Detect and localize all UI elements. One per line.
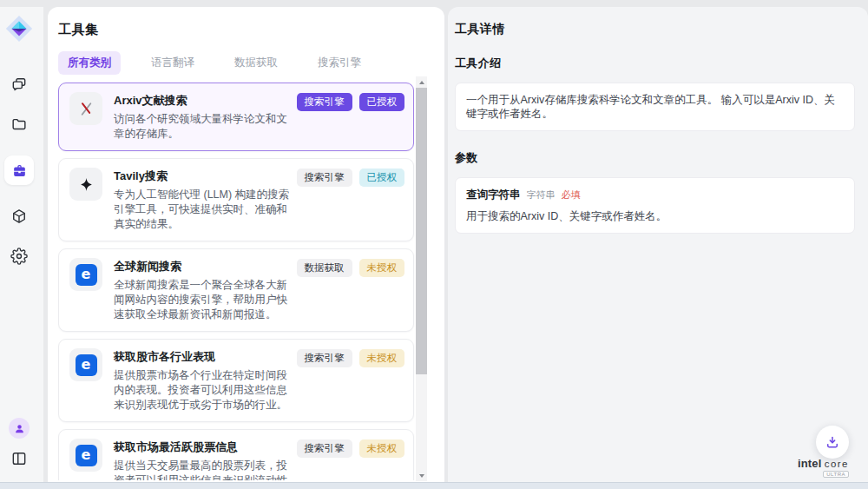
- param-item: 查询字符串 字符串 必填 用于搜索的Arxiv ID、关键字或作者姓名。: [466, 188, 844, 223]
- cube-icon[interactable]: [10, 208, 28, 225]
- tool-card[interactable]: e 获取市场最活跃股票信息 提供当天交易量最高的股票列表，投资者可以利用这些信息…: [58, 429, 414, 480]
- auth-status-badge: 未授权: [359, 349, 405, 367]
- chat-icon[interactable]: [10, 76, 28, 93]
- brand-ultra-badge: ULTRA: [823, 471, 849, 478]
- param-required-flag: 必填: [562, 188, 581, 202]
- juhe-stock-icon: e: [69, 439, 102, 472]
- toolset-title: 工具集: [58, 22, 434, 38]
- tool-card[interactable]: e 获取股市各行业表现 提供股票市场各个行业在特定时间段内的表现。投资者可以利用…: [58, 339, 414, 422]
- scroll-down-icon[interactable]: [416, 470, 427, 481]
- auth-status-badge: 未授权: [359, 259, 405, 277]
- tool-card[interactable]: e 全球新闻搜索 全球新闻搜索是一个聚合全球各大新闻网站内容的搜索引擎，帮助用户…: [58, 248, 414, 332]
- detail-title: 工具详情: [455, 22, 855, 37]
- tool-name: Tavily搜索: [114, 169, 297, 184]
- tool-description: 访问各个研究领域大量科学论文和文章的存储库。: [114, 112, 297, 142]
- bottom-strip: [0, 482, 868, 489]
- tool-description: 提供股票市场各个行业在特定时间段内的表现。投资者可以利用这些信息来识别表现优于或…: [114, 368, 297, 413]
- tavily-star-icon: [69, 168, 102, 201]
- category-tab[interactable]: 所有类别: [58, 51, 121, 75]
- auth-status-badge: 已授权: [359, 93, 405, 111]
- app-window: 工具集 所有类别语言翻译数据获取搜索引擎 Arxiv文献搜索 访问各个研究领域大…: [0, 0, 868, 489]
- tool-description: 专为人工智能代理 (LLM) 构建的搜索引擎工具，可快速提供实时、准确和真实的结…: [114, 188, 297, 232]
- category-badge: 搜索引擎: [297, 439, 352, 458]
- params-card: 查询字符串 字符串 必填 用于搜索的Arxiv ID、关键字或作者姓名。: [455, 177, 855, 234]
- category-badge: 搜索引擎: [297, 349, 352, 367]
- diamond-logo: [4, 14, 34, 43]
- download-button[interactable]: [816, 426, 849, 459]
- brand-intel-label: intel: [798, 457, 822, 470]
- juhe-news-icon: e: [69, 258, 102, 291]
- intro-card: 一个用于从Arxiv存储库搜索科学论文和文章的工具。 输入可以是Arxiv ID…: [455, 83, 855, 131]
- toolbox-icon[interactable]: [4, 155, 34, 185]
- intel-core-logo: intel core ULTRA: [798, 457, 849, 478]
- intro-text: 一个用于从Arxiv存储库搜索科学论文和文章的工具。 输入可以是Arxiv ID…: [466, 93, 844, 121]
- param-list: 查询字符串 字符串 必填 用于搜索的Arxiv ID、关键字或作者姓名。: [466, 188, 844, 223]
- param-type: 字符串: [527, 188, 556, 202]
- layout-panels-icon[interactable]: [10, 450, 28, 467]
- category-tab[interactable]: 数据获取: [225, 51, 287, 75]
- tool-description: 全球新闻搜索是一个聚合全球各大新闻网站内容的搜索引擎，帮助用户快速获取全球最新资…: [114, 278, 297, 322]
- juhe-stock-icon: e: [69, 348, 102, 381]
- gear-icon[interactable]: [10, 248, 28, 265]
- user-avatar-icon[interactable]: [9, 418, 30, 439]
- tool-description: 提供当天交易量最高的股票列表，投资者可以利用这些信息来识别流动性强的股票和潜在的…: [114, 459, 297, 480]
- folder-icon[interactable]: [10, 116, 28, 133]
- scrollbar-thumb[interactable]: [416, 88, 427, 374]
- toolset-panel: 工具集 所有类别语言翻译数据获取搜索引擎 Arxiv文献搜索 访问各个研究领域大…: [48, 7, 444, 482]
- category-badge: 数据获取: [297, 259, 352, 277]
- category-badge: 搜索引擎: [297, 169, 352, 187]
- scroll-up-icon[interactable]: [416, 76, 427, 88]
- param-description: 用于搜索的Arxiv ID、关键字或作者姓名。: [466, 209, 844, 223]
- category-tab[interactable]: 语言翻译: [141, 51, 204, 75]
- params-heading: 参数: [455, 150, 855, 166]
- list-scrollbar[interactable]: [416, 76, 427, 481]
- tool-card[interactable]: Tavily搜索 专为人工智能代理 (LLM) 构建的搜索引擎工具，可快速提供实…: [58, 158, 414, 241]
- auth-status-badge: 已授权: [359, 169, 405, 187]
- download-icon: [825, 434, 840, 450]
- sidebar-nav: [0, 76, 38, 265]
- category-tab[interactable]: 搜索引擎: [308, 51, 371, 75]
- tool-card[interactable]: Arxiv文献搜索 访问各个研究领域大量科学论文和文章的存储库。 搜索引擎 已授…: [58, 83, 414, 151]
- sidebar: [0, 7, 43, 482]
- tool-name: Arxiv文献搜索: [114, 93, 297, 109]
- category-tabs: 所有类别语言翻译数据获取搜索引擎: [58, 51, 434, 75]
- category-badge: 搜索引擎: [297, 93, 352, 111]
- param-name: 查询字符串: [466, 188, 521, 202]
- auth-status-badge: 未授权: [359, 439, 405, 458]
- detail-panel: 工具详情 工具介绍 一个用于从Arxiv存储库搜索科学论文和文章的工具。 输入可…: [448, 7, 868, 482]
- arxiv-logo-icon: [69, 92, 102, 125]
- tool-name: 获取市场最活跃股票信息: [114, 439, 297, 455]
- tool-list: Arxiv文献搜索 访问各个研究领域大量科学论文和文章的存储库。 搜索引擎 已授…: [58, 83, 414, 480]
- brand-core-label: core: [825, 459, 849, 469]
- tool-list-viewport: Arxiv文献搜索 访问各个研究领域大量科学论文和文章的存储库。 搜索引擎 已授…: [58, 83, 434, 480]
- tool-name: 全球新闻搜索: [114, 259, 297, 274]
- intro-heading: 工具介绍: [455, 56, 855, 71]
- tool-name: 获取股市各行业表现: [114, 349, 297, 365]
